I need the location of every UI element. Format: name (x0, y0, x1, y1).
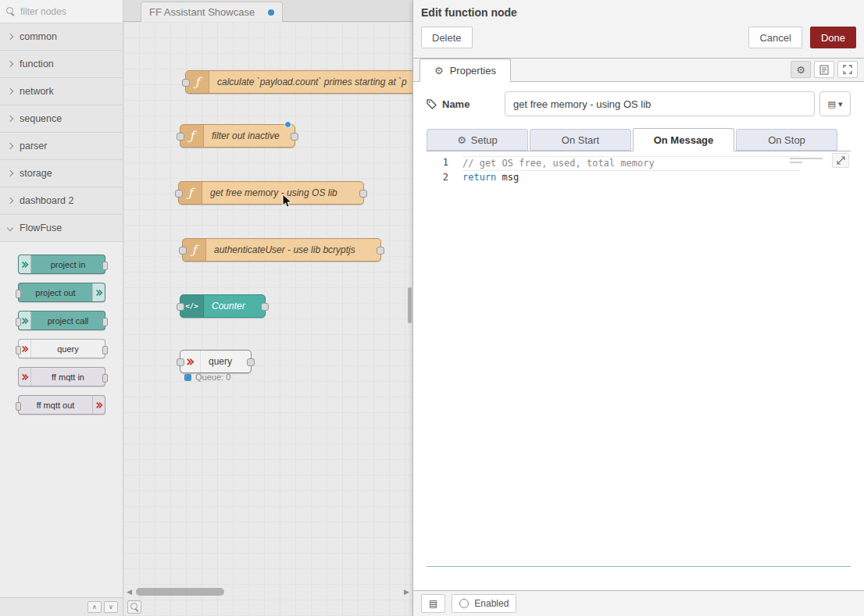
canvas-search-button[interactable] (127, 600, 141, 614)
node-output-port[interactable] (291, 133, 298, 141)
palette-node-query[interactable]: query (18, 339, 105, 358)
flow-node-counter[interactable]: </> Counter (180, 294, 266, 318)
delete-button[interactable]: Delete (421, 27, 473, 48)
category-label: sequence (20, 113, 62, 124)
vertical-scrollbar-thumb[interactable] (408, 287, 412, 323)
node-input-port[interactable] (175, 190, 183, 198)
palette-node-ff-mqtt-in[interactable]: ff mqtt in (18, 367, 105, 386)
expand-diagonal-icon (837, 156, 845, 165)
node-label: get free memory - using OS lib (202, 187, 345, 198)
expand-icon (843, 65, 852, 74)
flow-changed-dot (268, 9, 274, 16)
palette-node-ff-mqtt-out[interactable]: ff mqtt out (18, 395, 105, 415)
flow-node-authenticate-user[interactable]: ƒ authenticateUser - use lib bcryptjs (182, 238, 381, 262)
code-editor[interactable]: 1 // get OS free, used, total memory 2 r… (427, 151, 851, 567)
node-output-port[interactable] (377, 247, 384, 255)
node-output-port[interactable] (261, 303, 269, 311)
node-input-port[interactable] (182, 79, 190, 87)
node-input-port[interactable] (177, 358, 184, 366)
palette-category-flowfuse[interactable]: FlowFuse (0, 215, 123, 242)
tab-label: On Start (562, 134, 599, 146)
done-button[interactable]: Done (810, 27, 856, 48)
tab-setup[interactable]: ⚙ Setup (427, 129, 528, 151)
enabled-label: Enabled (474, 598, 509, 609)
palette-node-label: project out (19, 288, 92, 297)
magnifier-icon (130, 603, 139, 611)
category-label: common (20, 31, 57, 42)
chevron-down-icon (7, 225, 13, 231)
palette-categories: common function network sequence parser … (0, 23, 123, 597)
category-label: network (20, 86, 54, 97)
toolbar-spacer (480, 27, 741, 48)
cancel-button[interactable]: Cancel (748, 27, 802, 48)
workspace-tab-ff-assistant-showcase[interactable]: FF Assistant Showcase (141, 2, 283, 22)
chevron-right-icon (7, 143, 13, 149)
node-input-port[interactable] (179, 247, 187, 255)
library-export-button[interactable]: ▤ (421, 594, 445, 613)
palette-category-network[interactable]: network (0, 78, 123, 105)
flow-canvas[interactable]: ƒ calculate `payload.count` primes start… (123, 22, 412, 616)
node-output-port[interactable] (247, 358, 255, 366)
node-input-port[interactable] (177, 303, 184, 311)
code-line-1: 1 // get OS free, used, total memory (427, 156, 851, 171)
enabled-toggle-button[interactable]: Enabled (452, 594, 516, 613)
editor-expand-button[interactable] (832, 153, 849, 168)
collapse-categories-button[interactable]: ∧ (87, 601, 102, 613)
gear-icon: ⚙ (796, 65, 805, 75)
editor-settings-button[interactable]: ⚙ (791, 61, 811, 78)
node-status-text: Queue: 0 (195, 372, 230, 382)
line-number: 2 (427, 171, 462, 184)
palette-node-label: ff mqtt out (19, 401, 92, 410)
name-input[interactable] (505, 91, 815, 116)
palette-category-function[interactable]: function (0, 51, 123, 78)
tag-icon (427, 99, 437, 109)
name-row: Name ▤▾ (427, 91, 851, 116)
node-output-port[interactable] (359, 190, 367, 198)
flow-node-filter-out-inactive[interactable]: ƒ filter out inactive (180, 124, 295, 148)
expand-tray-button[interactable] (837, 61, 858, 78)
palette-category-sequence[interactable]: sequence (0, 105, 123, 133)
node-docs-button[interactable] (814, 61, 834, 78)
tab-properties[interactable]: ⚙ Properties (420, 59, 511, 82)
chevron-right-icon (7, 170, 13, 176)
flow-node-query[interactable]: query (180, 350, 252, 373)
palette-category-parser[interactable]: parser (0, 133, 123, 160)
expand-categories-button[interactable]: ∨ (104, 601, 118, 613)
palette-category-storage[interactable]: storage (0, 160, 123, 187)
status-dot-icon (184, 374, 191, 381)
palette-node-project-out[interactable]: project out (18, 283, 105, 302)
flow-node-calculate-primes[interactable]: ƒ calculate `payload.count` primes start… (185, 70, 412, 94)
palette-node-label: ff mqtt in (31, 372, 105, 382)
tray-tabs-row: ⚙ Properties ⚙ (413, 59, 864, 82)
scroll-left-arrow[interactable]: ◀ (127, 588, 132, 596)
category-label: dashboard 2 (20, 195, 74, 206)
node-changed-dot (284, 121, 291, 128)
category-label: FlowFuse (20, 223, 62, 233)
horizontal-scrollbar-thumb[interactable] (136, 588, 224, 596)
palette-search-input[interactable] (20, 6, 116, 17)
gear-icon: ⚙ (457, 135, 466, 145)
workspace-tab-label: FF Assistant Showcase (149, 6, 263, 18)
palette-category-dashboard2[interactable]: dashboard 2 (0, 187, 123, 215)
palette-search (0, 0, 123, 23)
project-call-icon (19, 312, 31, 329)
properties-tab-label: Properties (450, 65, 496, 77)
project-out-icon (92, 283, 105, 301)
palette-node-label: project in (31, 260, 105, 269)
palette-node-project-call[interactable]: project call (18, 311, 105, 330)
function-tabs: ⚙ Setup On Start On Message On Stop (427, 128, 851, 151)
tab-on-start[interactable]: On Start (530, 129, 631, 151)
palette-node-project-in[interactable]: project in (18, 255, 105, 274)
node-label: filter out inactive (204, 130, 287, 141)
node-input-port[interactable] (177, 133, 184, 141)
scroll-right-arrow[interactable]: ▶ (404, 588, 409, 596)
category-label: parser (20, 141, 47, 151)
palette-category-common[interactable]: common (0, 23, 123, 51)
tab-on-stop[interactable]: On Stop (736, 129, 837, 151)
library-button[interactable]: ▤▾ (819, 91, 851, 116)
node-label: authenticateUser - use lib bcryptjs (206, 244, 363, 255)
palette-footer: ∧ ∨ (0, 597, 123, 616)
chevron-right-icon (7, 34, 13, 40)
flow-node-get-free-memory[interactable]: ƒ get free memory - using OS lib (178, 181, 364, 205)
tab-on-message[interactable]: On Message (633, 128, 734, 151)
